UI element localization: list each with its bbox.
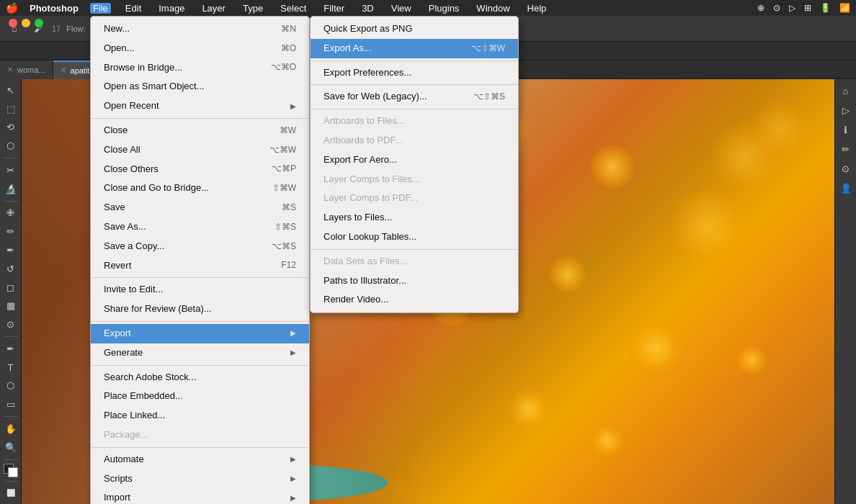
menu-package: Package... bbox=[91, 426, 309, 445]
export-preferences[interactable]: Export Preferences... bbox=[311, 63, 518, 83]
menu-close-all[interactable]: Close All ⌥⌘W bbox=[91, 140, 309, 160]
export-save-web[interactable]: Save for Web (Legacy)... ⌥⇧⌘S bbox=[311, 87, 518, 107]
tab-woma[interactable]: ✕ woma... bbox=[0, 60, 53, 79]
export-render-video[interactable]: Render Video... bbox=[311, 290, 518, 310]
menu-open[interactable]: Open... ⌘O bbox=[91, 39, 309, 58]
window-menu[interactable]: Window bbox=[473, 3, 512, 14]
menu-revert[interactable]: Revert F12 bbox=[91, 256, 309, 276]
right-panel-btn3[interactable]: ℹ bbox=[837, 121, 855, 138]
right-panel-btn1[interactable]: ⌂ bbox=[837, 82, 855, 99]
export-sep-1 bbox=[311, 60, 518, 61]
traffic-light-yellow[interactable] bbox=[22, 19, 30, 27]
menu-save[interactable]: Save ⌘S bbox=[91, 198, 309, 217]
right-panel-btn5[interactable]: ⊙ bbox=[837, 160, 855, 177]
file-menu[interactable]: File bbox=[90, 3, 111, 14]
quick-select-tool[interactable]: ⬡ bbox=[2, 138, 19, 154]
text-tool[interactable]: T bbox=[2, 359, 19, 376]
export-layer-comps-files: Layer Comps to Files... bbox=[311, 170, 518, 189]
menu-close-others[interactable]: Close Others ⌥⌘P bbox=[91, 160, 309, 179]
eraser-tool[interactable]: ◻ bbox=[2, 279, 19, 296]
menu-search-stock[interactable]: Search Adobe Stock... bbox=[91, 368, 309, 387]
traffic-light-green[interactable] bbox=[35, 19, 43, 27]
move-tool[interactable]: ↖ bbox=[2, 82, 19, 99]
export-color-lookup[interactable]: Color Lookup Tables... bbox=[311, 228, 518, 247]
selection-tool[interactable]: ⬚ bbox=[2, 101, 19, 117]
export-artboards-pdf: Artboards to PDF... bbox=[311, 131, 518, 150]
filter-menu[interactable]: Filter bbox=[321, 3, 347, 14]
eyedropper-tool[interactable]: 🔬 bbox=[2, 181, 19, 197]
brush-tool[interactable]: ✏ bbox=[2, 223, 19, 240]
menu-place-embedded[interactable]: Place Embedded... bbox=[91, 387, 309, 406]
menu-close[interactable]: Close ⌘W bbox=[91, 121, 309, 140]
right-panel-btn6[interactable]: 👤 bbox=[837, 179, 855, 197]
menu-export[interactable]: Export ▶ bbox=[91, 324, 309, 343]
menu-close-bridge[interactable]: Close and Go to Bridge... ⇧⌘W bbox=[91, 179, 309, 198]
export-artboards-files: Artboards to Files... bbox=[311, 112, 518, 131]
menubar: 🍎 Photoshop File Edit Image Layer Type S… bbox=[0, 0, 856, 16]
apple-menu[interactable]: 🍎 bbox=[6, 2, 18, 14]
lasso-tool[interactable]: ⟲ bbox=[2, 120, 19, 136]
pen-tool[interactable]: ✒ bbox=[2, 341, 19, 357]
image-menu[interactable]: Image bbox=[156, 3, 187, 14]
menu-invite[interactable]: Invite to Edit... bbox=[91, 280, 309, 300]
tools-panel: ↖ ⬚ ⟲ ⬡ ✂ 🔬 ✙ ✏ ✒ ↺ ◻ ▦ ⊙ ✒ T ⬡ ▭ ✋ 🔍 ⬜ … bbox=[0, 79, 22, 504]
3d-menu[interactable]: 3D bbox=[359, 3, 377, 14]
separator-4 bbox=[91, 365, 309, 366]
clone-tool[interactable]: ✒ bbox=[2, 242, 19, 258]
app-name: Photoshop bbox=[30, 3, 79, 14]
menu-scripts[interactable]: Scripts ▶ bbox=[91, 469, 309, 489]
crop-tool[interactable]: ✂ bbox=[2, 162, 19, 179]
export-submenu: Quick Export as PNG Export As... ⌥⇧⌘W Ex… bbox=[310, 16, 519, 313]
menu-place-linked[interactable]: Place Linked... bbox=[91, 406, 309, 426]
color-swatch[interactable] bbox=[4, 464, 18, 477]
quick-mask-tool[interactable]: ⬜ bbox=[2, 485, 19, 502]
menu-automate[interactable]: Automate ▶ bbox=[91, 450, 309, 469]
type-menu[interactable]: Type bbox=[240, 3, 266, 14]
export-sep-3 bbox=[311, 109, 518, 109]
right-panel-btn2[interactable]: ▷ bbox=[837, 102, 855, 119]
history-tool[interactable]: ↺ bbox=[2, 261, 19, 277]
traffic-light-red[interactable] bbox=[9, 19, 17, 27]
view-menu[interactable]: View bbox=[388, 3, 414, 14]
plugins-menu[interactable]: Plugins bbox=[426, 3, 463, 14]
export-layers-files[interactable]: Layers to Files... bbox=[311, 208, 518, 228]
export-sep-2 bbox=[311, 84, 518, 85]
menu-open-smart[interactable]: Open as Smart Object... bbox=[91, 77, 309, 96]
path-tool[interactable]: ⬡ bbox=[2, 378, 19, 395]
edit-menu[interactable]: Edit bbox=[122, 3, 144, 14]
right-panel-btn4[interactable]: ✏ bbox=[837, 140, 855, 158]
tab-woma-label: woma... bbox=[17, 66, 45, 74]
menu-save-as[interactable]: Save As... ⇧⌘S bbox=[91, 217, 309, 237]
select-menu[interactable]: Select bbox=[277, 3, 309, 14]
menu-share-review[interactable]: Share for Review (Beta)... bbox=[91, 300, 309, 319]
menu-import[interactable]: Import ▶ bbox=[91, 488, 309, 504]
export-quick-png[interactable]: Quick Export as PNG bbox=[311, 19, 518, 39]
menu-save-copy[interactable]: Save a Copy... ⌥⌘S bbox=[91, 237, 309, 256]
help-menu[interactable]: Help bbox=[525, 3, 550, 14]
export-sep-4 bbox=[311, 249, 518, 250]
healing-tool[interactable]: ✙ bbox=[2, 205, 19, 222]
export-layer-comps-pdf: Layer Comps to PDF... bbox=[311, 189, 518, 208]
layer-menu[interactable]: Layer bbox=[199, 3, 228, 14]
export-paths-illustrator[interactable]: Paths to Illustrator... bbox=[311, 271, 518, 291]
menu-open-recent[interactable]: Open Recent ▶ bbox=[91, 96, 309, 116]
menubar-status-icons: ⊕⊙▷⊞🔋📶 bbox=[757, 3, 850, 13]
export-as[interactable]: Export As... ⌥⇧⌘W bbox=[311, 39, 518, 58]
file-menu-dropdown: New... ⌘N Open... ⌘O Browse in Bridge...… bbox=[90, 16, 310, 504]
export-for-aero[interactable]: Export For Aero... bbox=[311, 150, 518, 170]
zoom-tool[interactable]: 🔍 bbox=[2, 439, 19, 456]
menu-generate[interactable]: Generate ▶ bbox=[91, 343, 309, 363]
separator-5 bbox=[91, 447, 309, 448]
menu-new[interactable]: New... ⌘N bbox=[91, 19, 309, 39]
shape-tool[interactable]: ▭ bbox=[2, 396, 19, 413]
close-tab-woma[interactable]: ✕ bbox=[7, 66, 13, 73]
separator-1 bbox=[91, 118, 309, 119]
separator-3 bbox=[91, 321, 309, 322]
hand-tool[interactable]: ✋ bbox=[2, 420, 19, 437]
dodge-tool[interactable]: ⊙ bbox=[2, 316, 19, 333]
export-data-sets: Data Sets as Files... bbox=[311, 252, 518, 271]
background-color[interactable] bbox=[8, 467, 18, 477]
close-tab-apatite[interactable]: ✕ bbox=[61, 66, 66, 74]
menu-browse-bridge[interactable]: Browse in Bridge... ⌥⌘O bbox=[91, 58, 309, 78]
gradient-tool[interactable]: ▦ bbox=[2, 298, 19, 315]
